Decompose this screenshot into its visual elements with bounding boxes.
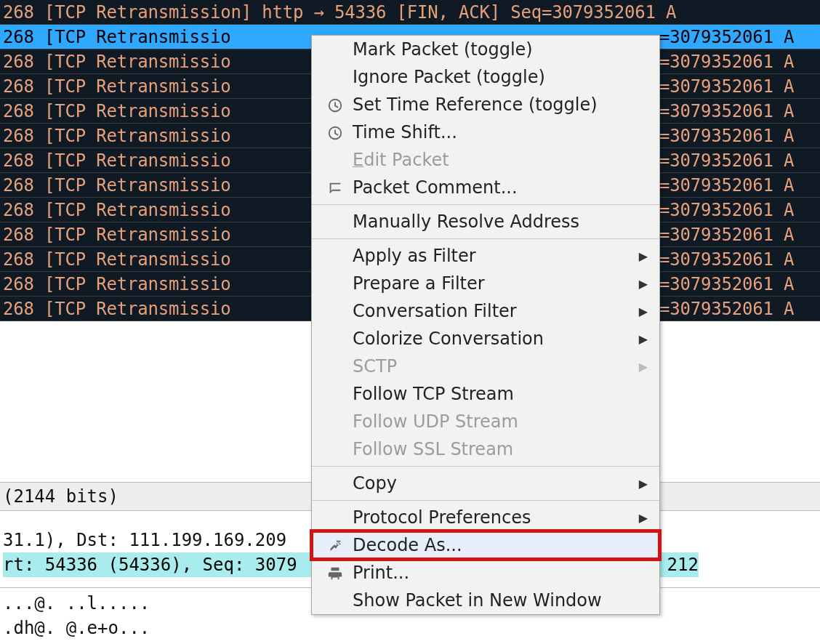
menu-separator xyxy=(312,204,659,205)
menu-time-shift[interactable]: Time Shift... xyxy=(312,118,659,146)
menu-mark-packet-toggle[interactable]: Mark Packet (toggle) xyxy=(312,36,659,63)
packet-row-text: 268 [TCP Retransmission] http → 54336 [F… xyxy=(3,2,676,23)
menu-label: Conversation Filter xyxy=(353,301,639,321)
menu-label: Decode As... xyxy=(353,535,648,555)
menu-label: Follow UDP Stream xyxy=(353,411,648,432)
menu-copy[interactable]: Copy▶ xyxy=(312,470,659,497)
submenu-arrow-icon: ▶ xyxy=(639,249,648,263)
packet-row-text: 268 [TCP Retransmissio xyxy=(3,225,230,245)
menu-show-packet-in-new-window[interactable]: Show Packet in New Window xyxy=(312,587,659,614)
menu-icon-slot xyxy=(318,177,353,198)
menu-separator xyxy=(312,466,659,467)
menu-label: Set Time Reference (toggle) xyxy=(353,94,648,115)
menu-label: Edit Packet xyxy=(353,150,648,170)
packet-row-text: 268 [TCP Retransmissio xyxy=(3,76,230,97)
menu-packet-comment[interactable]: Packet Comment... xyxy=(312,174,659,201)
hex-line: .dh@. @.e+o... xyxy=(3,616,817,640)
menu-label: Ignore Packet (toggle) xyxy=(353,67,648,87)
packet-row-seq: =3079352061 A xyxy=(659,222,794,247)
menu-separator xyxy=(312,500,659,501)
submenu-arrow-icon: ▶ xyxy=(639,332,648,346)
menu-print[interactable]: Print... xyxy=(312,559,659,587)
packet-row-text: 268 [TCP Retransmissio xyxy=(3,200,230,220)
menu-follow-ssl-stream: Follow SSL Stream xyxy=(312,435,659,463)
packet-context-menu[interactable]: Mark Packet (toggle)Ignore Packet (toggl… xyxy=(311,35,660,615)
comment-icon xyxy=(327,180,343,196)
packet-row-seq: =3079352061 A xyxy=(659,272,794,297)
packet-row-text: 268 [TCP Retransmissio xyxy=(3,175,230,196)
packet-row-seq: =3079352061 A xyxy=(659,148,794,173)
menu-follow-udp-stream: Follow UDP Stream xyxy=(312,408,659,435)
submenu-arrow-icon: ▶ xyxy=(639,511,648,525)
clock-icon xyxy=(327,97,343,113)
menu-icon-slot xyxy=(318,122,353,142)
packet-row-seq: =3079352061 A xyxy=(659,74,794,99)
menu-label: Show Packet in New Window xyxy=(353,590,648,611)
menu-label: Colorize Conversation xyxy=(353,329,639,349)
packet-row-seq: =3079352061 A xyxy=(659,25,794,49)
menu-label: Mark Packet (toggle) xyxy=(353,39,648,60)
clock-icon xyxy=(327,125,343,141)
packet-row-text: 268 [TCP Retransmissio xyxy=(3,52,230,72)
submenu-arrow-icon: ▶ xyxy=(639,360,648,374)
menu-edit-packet: Edit Packet xyxy=(312,146,659,174)
packet-row-text: 268 [TCP Retransmissio xyxy=(3,27,230,47)
packet-row-seq: =3079352061 A xyxy=(659,198,794,222)
menu-sctp: SCTP▶ xyxy=(312,353,659,380)
menu-icon-slot xyxy=(318,94,353,115)
print-icon xyxy=(327,565,343,581)
packet-row-text: 268 [TCP Retransmissio xyxy=(3,274,230,294)
menu-label: Packet Comment... xyxy=(353,177,648,198)
packet-row-seq: =3079352061 A xyxy=(659,49,794,74)
menu-conversation-filter[interactable]: Conversation Filter▶ xyxy=(312,297,659,325)
menu-separator xyxy=(312,238,659,239)
menu-manually-resolve-address[interactable]: Manually Resolve Address xyxy=(312,208,659,236)
menu-label: Manually Resolve Address xyxy=(353,212,648,232)
packet-row-seq: =3079352061 A xyxy=(659,297,794,321)
menu-apply-as-filter[interactable]: Apply as Filter▶ xyxy=(312,242,659,270)
packet-row-seq: =3079352061 A xyxy=(659,247,794,272)
packet-row-text: 268 [TCP Retransmissio xyxy=(3,249,230,270)
packet-row-text: 268 [TCP Retransmissio xyxy=(3,101,230,121)
menu-label: Copy xyxy=(353,473,639,494)
menu-label: Time Shift... xyxy=(353,122,648,142)
menu-label: Follow TCP Stream xyxy=(353,384,648,404)
decode-icon xyxy=(327,538,343,554)
menu-follow-tcp-stream[interactable]: Follow TCP Stream xyxy=(312,380,659,408)
submenu-arrow-icon: ▶ xyxy=(639,277,648,291)
packet-row-seq: =3079352061 A xyxy=(659,99,794,124)
packet-row[interactable]: 268 [TCP Retransmission] http → 54336 [F… xyxy=(0,0,820,25)
menu-label: Follow SSL Stream xyxy=(353,439,648,459)
menu-ignore-packet-toggle[interactable]: Ignore Packet (toggle) xyxy=(312,63,659,91)
menu-label: Print... xyxy=(353,563,648,583)
menu-colorize-conversation[interactable]: Colorize Conversation▶ xyxy=(312,325,659,353)
menu-prepare-a-filter[interactable]: Prepare a Filter▶ xyxy=(312,270,659,297)
menu-set-time-reference-toggle[interactable]: Set Time Reference (toggle) xyxy=(312,91,659,118)
packet-row-seq: =3079352061 A xyxy=(659,173,794,198)
menu-label: Apply as Filter xyxy=(353,246,639,266)
menu-label: Prepare a Filter xyxy=(353,273,639,294)
submenu-arrow-icon: ▶ xyxy=(639,305,648,318)
frame-bits: (2144 bits) xyxy=(3,486,118,507)
menu-label: SCTP xyxy=(353,356,639,377)
packet-row-text: 268 [TCP Retransmissio xyxy=(3,126,230,146)
packet-row-text: 268 [TCP Retransmissio xyxy=(3,299,230,319)
menu-label: Protocol Preferences xyxy=(353,507,639,528)
submenu-arrow-icon: ▶ xyxy=(639,477,648,491)
menu-icon-slot xyxy=(318,563,353,583)
menu-icon-slot xyxy=(318,535,353,555)
packet-row-text: 268 [TCP Retransmissio xyxy=(3,150,230,171)
menu-decode-as[interactable]: Decode As... xyxy=(312,531,659,559)
packet-row-seq: =3079352061 A xyxy=(659,124,794,148)
menu-protocol-preferences[interactable]: Protocol Preferences▶ xyxy=(312,504,659,531)
